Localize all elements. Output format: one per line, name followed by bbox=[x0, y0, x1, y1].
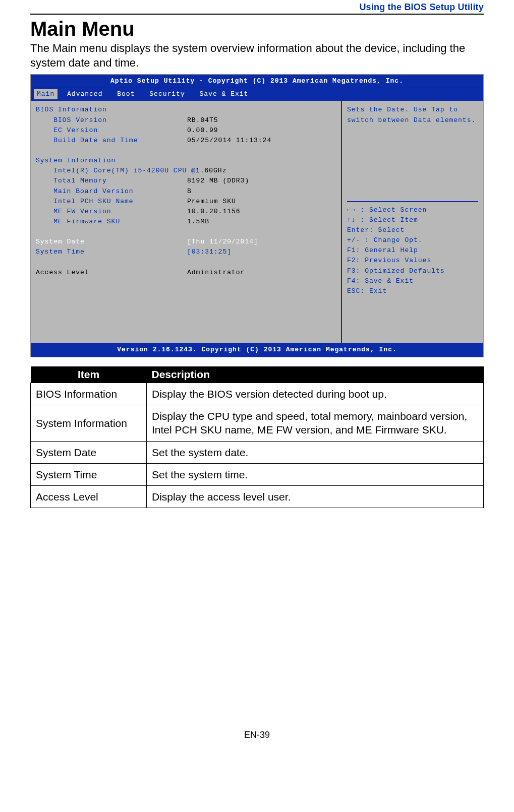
build-date-label: Build Date and Time bbox=[36, 136, 187, 146]
row-item: System Date bbox=[31, 441, 147, 463]
cpu-value: 1.60GHz bbox=[196, 166, 336, 176]
bios-info-header: BIOS Information bbox=[36, 105, 187, 115]
key-f4: F4: Save & Exit bbox=[347, 276, 478, 286]
system-time-value[interactable]: [03:31:25] bbox=[187, 247, 336, 257]
key-esc: ESC: Exit bbox=[347, 286, 478, 296]
tab-security[interactable]: Security bbox=[144, 89, 190, 99]
ec-version-label: EC Version bbox=[36, 126, 187, 136]
page-title: Main Menu bbox=[30, 18, 484, 40]
table-row: System TimeSet the system time. bbox=[31, 463, 484, 485]
me-fw-value: 10.0.20.1156 bbox=[187, 207, 336, 217]
pch-sku-value: Premium SKU bbox=[187, 197, 336, 207]
tab-boot[interactable]: Boot bbox=[112, 89, 140, 99]
row-desc: Display the CPU type and speed, total me… bbox=[147, 405, 484, 441]
system-date-value[interactable]: [Thu 11/20/2014] bbox=[187, 237, 336, 247]
row-item: Access Level bbox=[31, 486, 147, 508]
memory-label: Total Memory bbox=[36, 176, 187, 186]
access-level-label: Access Level bbox=[36, 268, 187, 278]
me-sku-value: 1.5MB bbox=[187, 217, 336, 227]
bios-footer: Version 2.16.1243. Copyright (C) 2013 Am… bbox=[31, 343, 483, 356]
key-enter: Enter: Select bbox=[347, 225, 478, 235]
access-level-value: Administrator bbox=[187, 268, 336, 278]
tab-advanced[interactable]: Advanced bbox=[62, 89, 107, 99]
key-select-screen: ←→ : Select Screen bbox=[347, 205, 478, 215]
me-sku-label: ME Firmware SKU bbox=[36, 217, 187, 227]
ec-version-value: 0.00.99 bbox=[187, 126, 336, 136]
table-row: Access LevelDisplay the access level use… bbox=[31, 486, 484, 508]
key-change-opt: +/- : Change Opt. bbox=[347, 235, 478, 245]
bios-main-panel: BIOS Information BIOS VersionRB.04T5 EC … bbox=[31, 101, 342, 343]
mainboard-value: B bbox=[187, 186, 336, 197]
description-table: Item Description BIOS InformationDisplay… bbox=[30, 366, 484, 509]
key-f3: F3: Optimized Defaults bbox=[347, 266, 478, 276]
row-item: System Time bbox=[31, 463, 147, 485]
bios-screenshot: Aptio Setup Utility - Copyright (C) 2013… bbox=[30, 74, 484, 357]
intro-text: The Main menu displays the system overvi… bbox=[30, 41, 484, 70]
table-row: BIOS InformationDisplay the BIOS version… bbox=[31, 383, 484, 405]
pch-sku-label: Intel PCH SKU Name bbox=[36, 197, 187, 207]
bios-key-legend: ←→ : Select Screen ↑↓ : Select Item Ente… bbox=[347, 205, 478, 296]
mainboard-label: Main Board Version bbox=[36, 186, 187, 197]
system-time-label[interactable]: System Time bbox=[36, 247, 187, 257]
breadcrumb: Using the BIOS Setup Utility bbox=[30, 0, 484, 15]
table-header-item: Item bbox=[31, 366, 147, 383]
memory-value: 8192 MB (DDR3) bbox=[187, 176, 336, 186]
bios-menubar: Main Advanced Boot Security Save & Exit bbox=[31, 88, 483, 101]
row-desc: Display the BIOS version detected during… bbox=[147, 383, 484, 405]
bios-titlebar: Aptio Setup Utility - Copyright (C) 2013… bbox=[31, 75, 483, 88]
row-item: BIOS Information bbox=[31, 383, 147, 405]
table-header-desc: Description bbox=[147, 366, 484, 383]
sys-info-header: System Information bbox=[36, 156, 187, 166]
bios-help-text: Sets the Date. Use Tap to switch between… bbox=[347, 105, 478, 125]
key-f1: F1: General Help bbox=[347, 245, 478, 256]
system-date-label[interactable]: System Date bbox=[36, 237, 187, 247]
tab-save-exit[interactable]: Save & Exit bbox=[195, 89, 254, 99]
table-row: System DateSet the system date. bbox=[31, 441, 484, 463]
key-f2: F2: Previous Values bbox=[347, 256, 478, 266]
bios-version-value: RB.04T5 bbox=[187, 115, 336, 126]
build-date-value: 05/25/2014 11:13:24 bbox=[187, 136, 336, 146]
bios-version-label: BIOS Version bbox=[36, 115, 187, 126]
row-item: System Information bbox=[31, 405, 147, 441]
tab-main[interactable]: Main bbox=[34, 89, 58, 99]
page-number: EN-39 bbox=[30, 730, 484, 751]
row-desc: Set the system time. bbox=[147, 463, 484, 485]
row-desc: Set the system date. bbox=[147, 441, 484, 463]
key-select-item: ↑↓ : Select Item bbox=[347, 215, 478, 225]
row-desc: Display the access level user. bbox=[147, 486, 484, 508]
bios-help-panel: Sets the Date. Use Tap to switch between… bbox=[342, 101, 483, 343]
cpu-label: Intel(R) Core(TM) i5-4200U CPU @ bbox=[36, 166, 196, 176]
table-row: System InformationDisplay the CPU type a… bbox=[31, 405, 484, 441]
me-fw-label: ME FW Version bbox=[36, 207, 187, 217]
bios-divider bbox=[347, 201, 478, 202]
